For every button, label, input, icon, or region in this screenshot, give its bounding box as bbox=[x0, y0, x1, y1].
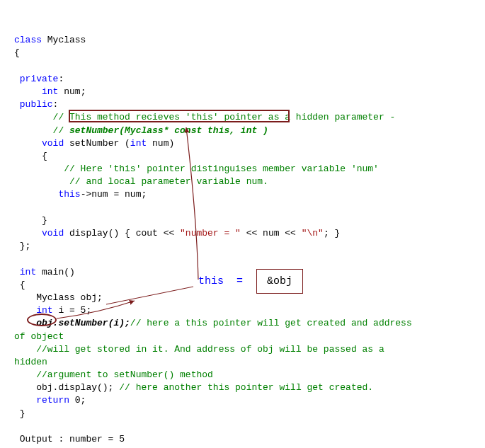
decl-num: num; bbox=[58, 86, 86, 97]
comment-6: //will get stored in it. And address of … bbox=[14, 344, 384, 355]
output-line: Output : number = 5 bbox=[14, 434, 125, 444]
kw-void: void bbox=[14, 138, 64, 149]
kw-class: class bbox=[14, 35, 42, 45]
annotation-ellipse-obj bbox=[27, 314, 57, 326]
fn-setnumber: setNumber ( bbox=[64, 138, 130, 149]
kw-int: int bbox=[14, 86, 58, 97]
comment-8: // here another this pointer will get cr… bbox=[119, 382, 373, 393]
kw-int: int bbox=[130, 138, 147, 149]
kw-public: public bbox=[14, 99, 53, 110]
decl-obj: Myclass obj; bbox=[14, 292, 103, 303]
annotation-arrows bbox=[14, 21, 485, 418]
kw-void: void bbox=[14, 228, 64, 239]
comment-4: // and local parameter variable num. bbox=[14, 176, 268, 187]
call-setnumber: setNumber(i); bbox=[58, 318, 130, 328]
annotation-this-label: this = bbox=[198, 274, 243, 289]
brace: { bbox=[14, 280, 25, 290]
comment-3: // Here 'this' pointer distinguises memb… bbox=[14, 163, 379, 174]
annotation-obj-box: &obj bbox=[256, 269, 303, 294]
comment-5: // here a this pointer will get created … bbox=[130, 318, 412, 328]
kw-private: private bbox=[14, 74, 58, 84]
class-end: }; bbox=[14, 241, 30, 251]
fn-main: main() bbox=[36, 267, 75, 277]
colon: : bbox=[58, 74, 64, 84]
brace: { bbox=[14, 47, 20, 58]
string-label: "number = " bbox=[180, 228, 241, 239]
decl-i: i = 5; bbox=[53, 305, 92, 316]
name-myclass: Myclass bbox=[42, 35, 86, 45]
brace: } bbox=[14, 408, 25, 419]
semi: ; } bbox=[324, 228, 340, 239]
ret-zero: 0; bbox=[69, 395, 86, 406]
fn-display: display() { cout << bbox=[64, 228, 180, 239]
param-num: num) bbox=[147, 138, 174, 149]
assign: ->num = num; bbox=[81, 189, 147, 200]
code-block: class Myclass { private: int num; public… bbox=[14, 21, 471, 448]
colon: : bbox=[53, 99, 59, 110]
annotation-box-signature bbox=[69, 110, 290, 122]
comment-5b: of object bbox=[14, 331, 64, 342]
comment-6b: hidden bbox=[14, 357, 47, 367]
call-display: obj.display(); bbox=[14, 382, 119, 393]
comment-2-prefix: // bbox=[14, 125, 69, 136]
brace: { bbox=[14, 151, 47, 161]
stream: << num << bbox=[241, 228, 302, 239]
kw-int: int bbox=[14, 267, 36, 277]
kw-return: return bbox=[14, 395, 69, 406]
string-nl: "\n" bbox=[302, 228, 324, 239]
kw-this: this bbox=[14, 189, 81, 200]
comment-2-body: setNumber(Myclass* const this, int ) bbox=[69, 125, 268, 136]
comment-7: //argument to setNumber() method bbox=[14, 369, 213, 380]
brace: } bbox=[14, 215, 47, 226]
